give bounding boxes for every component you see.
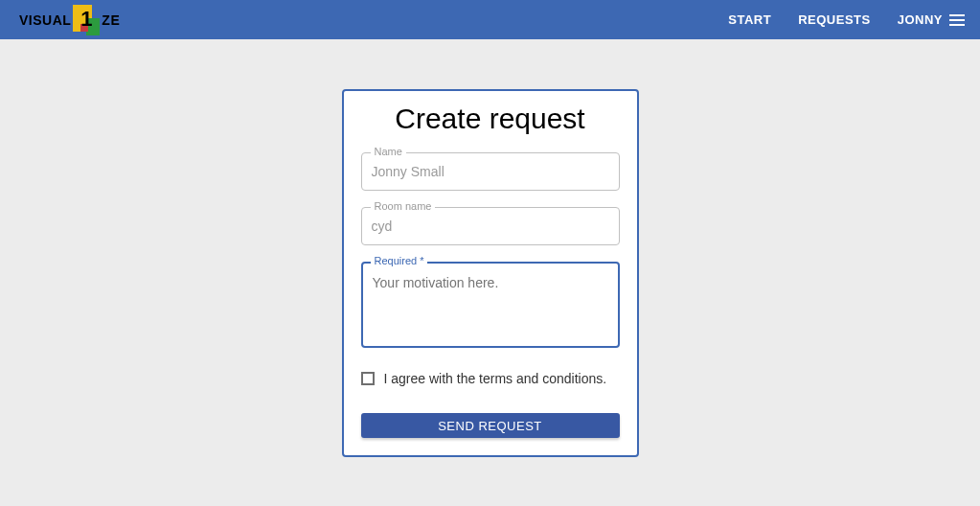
nav-user-label: JONNY [898,12,943,27]
terms-label: I agree with the terms and conditions. [384,371,607,386]
nav-user-menu[interactable]: JONNY [898,12,965,27]
room-label: Room name [371,200,436,212]
name-input[interactable] [361,152,620,191]
logo-text-left: VISUAL [19,12,71,28]
logo-mark: 1 [73,3,100,37]
room-field: Room name [361,207,620,245]
nav-requests[interactable]: REQUESTS [798,12,871,27]
name-field: Name [361,152,620,191]
logo-text-right: ZE [102,12,120,28]
required-field: Required * [361,262,620,352]
brand-logo[interactable]: VISUAL 1 ZE [19,3,120,37]
create-request-card: Create request Name Room name Required *… [342,89,639,457]
hamburger-icon [949,14,965,26]
required-label: Required * [371,255,428,266]
terms-checkbox[interactable] [361,372,375,385]
logo-one: 1 [80,7,92,32]
main-content: Create request Name Room name Required *… [0,39,980,457]
name-label: Name [371,146,406,157]
app-header: VISUAL 1 ZE START REQUESTS JONNY [0,0,980,39]
terms-row: I agree with the terms and conditions. [361,371,620,386]
required-textarea[interactable] [361,262,620,348]
primary-nav: START REQUESTS JONNY [728,12,965,27]
nav-start[interactable]: START [728,12,771,27]
card-title: Create request [361,103,620,135]
room-input[interactable] [361,207,620,245]
send-request-button[interactable]: SEND REQUEST [361,413,620,438]
